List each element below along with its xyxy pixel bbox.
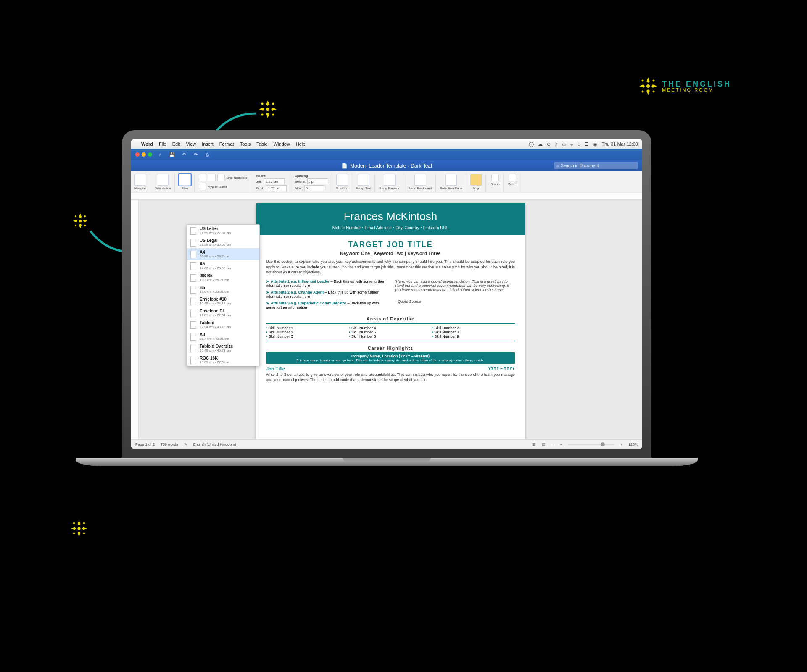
home-icon[interactable]: ⌂ — [156, 151, 164, 158]
zoom-level[interactable]: 126% — [628, 442, 638, 446]
battery-icon: ▭ — [562, 142, 566, 147]
ribbon-send-backward[interactable]: Send Backward — [408, 173, 436, 192]
app-menu[interactable]: Word — [141, 142, 153, 147]
save-icon[interactable]: 💾 — [168, 151, 176, 158]
page-size-option[interactable]: Envelope DL11.01 cm x 22.01 cm — [187, 307, 259, 319]
search-icon: ⌕ — [556, 163, 559, 168]
page-size-option[interactable]: ROC 16K19.69 cm x 27.3 cm — [187, 354, 259, 366]
career-heading: Career Highlights — [256, 346, 525, 351]
ribbon-align[interactable]: Align — [469, 173, 486, 192]
word-count[interactable]: 759 words — [161, 442, 178, 446]
ribbon-position[interactable]: Position — [335, 173, 352, 192]
target-job-title: TARGET JOB TITLE — [256, 240, 525, 249]
menu-window[interactable]: Window — [274, 142, 290, 147]
menu-file[interactable]: File — [159, 142, 166, 147]
svg-point-0 — [646, 84, 650, 88]
spacing-before-spinner[interactable]: 0 pt — [307, 178, 328, 184]
redo-icon[interactable]: ↷ — [192, 151, 199, 158]
menu-tools[interactable]: Tools — [240, 142, 251, 147]
language[interactable]: English (United Kingdom) — [193, 442, 236, 446]
document-page[interactable]: Frances McKintosh Mobile Number • Email … — [256, 203, 525, 439]
menu-table[interactable]: Table — [256, 142, 267, 147]
page-count[interactable]: Page 1 of 2 — [135, 442, 155, 446]
svg-point-9 — [272, 114, 274, 116]
mac-menubar: Word File Edit View Insert Format Tools … — [131, 139, 642, 149]
vertical-ruler[interactable] — [131, 200, 139, 439]
status-icon: ◯ — [529, 142, 534, 147]
menu-edit[interactable]: Edit — [172, 142, 180, 147]
skill-item: Skill Number 6 — [349, 334, 432, 339]
menu-view[interactable]: View — [186, 142, 196, 147]
company-bar: Company Name, Location (YYYY – Present) … — [266, 352, 515, 364]
job-description: Write 2 to 3 sentences to give an overvi… — [256, 372, 525, 383]
quote-source: – Quote Source — [395, 299, 515, 304]
print-icon[interactable]: ⎙ — [203, 151, 211, 158]
ribbon-orientation[interactable]: Orientation — [153, 173, 174, 192]
zoom-out-icon[interactable]: − — [560, 442, 562, 446]
view-outline-icon[interactable]: ═ — [551, 442, 554, 446]
spell-check-icon[interactable]: ✎ — [184, 442, 187, 446]
undo-icon[interactable]: ↶ — [180, 151, 187, 158]
skill-item: Skill Number 5 — [349, 330, 432, 334]
svg-point-17 — [83, 522, 85, 525]
svg-point-4 — [652, 91, 654, 93]
page-size-option[interactable]: Tabloid27.94 cm x 43.18 cm — [187, 319, 259, 331]
laptop-base — [76, 458, 698, 466]
svg-point-18 — [73, 533, 75, 535]
star-burst-icon — [638, 76, 659, 97]
skill-item: Skill Number 4 — [349, 326, 432, 330]
star-burst-icon — [69, 519, 89, 538]
menu-format[interactable]: Format — [219, 142, 234, 147]
hyphenation-dropdown[interactable]: Hyphenation — [208, 185, 227, 189]
menu-insert[interactable]: Insert — [202, 142, 214, 147]
divider — [266, 323, 515, 324]
skill-item: Skill Number 9 — [432, 334, 515, 339]
spacing-after-spinner[interactable]: 0 pt — [304, 185, 325, 191]
svg-point-1 — [641, 80, 643, 82]
indent-left-spinner[interactable]: -1.27 cm — [264, 178, 285, 184]
menu-help[interactable]: Help — [296, 142, 306, 147]
areas-heading: Areas of Expertise — [256, 316, 525, 321]
view-print-icon[interactable]: ▦ — [532, 442, 536, 446]
ribbon-margins[interactable]: Margins — [134, 173, 150, 192]
page-size-option[interactable]: US Legal21.59 cm x 35.56 cm — [187, 236, 259, 248]
window-minimize-icon[interactable] — [142, 152, 146, 157]
line-numbers-dropdown[interactable]: Line Numbers — [227, 176, 248, 180]
page-size-option[interactable]: A420.99 cm x 29.7 cm — [187, 248, 259, 260]
ribbon-group[interactable]: Group — [489, 173, 503, 192]
page-size-option[interactable]: US Letter21.59 cm x 27.94 cm — [187, 225, 259, 236]
status-icon: ☁ — [538, 142, 543, 147]
search-icon[interactable]: ⌕ — [578, 142, 580, 147]
page-size-option[interactable]: Envelope #1010.48 cm x 24.13 cm — [187, 295, 259, 307]
ribbon-wrap-text[interactable]: Wrap Text — [356, 173, 375, 192]
page-size-option[interactable]: A329.7 cm x 42.01 cm — [187, 331, 259, 342]
titlebar: 📄 Modern Leader Template - Dark Teal ⌕ S… — [131, 160, 642, 171]
siri-icon[interactable]: ◉ — [593, 142, 597, 147]
indent-right-spinner[interactable]: -1.27 cm — [266, 185, 287, 191]
ribbon-size[interactable]: Size — [178, 173, 195, 192]
page-size-option[interactable]: JIS B518.2 cm x 25.71 cm — [187, 272, 259, 284]
zoom-slider[interactable] — [568, 444, 614, 445]
page-size-option[interactable]: B517.6 cm x 25.01 cm — [187, 284, 259, 295]
horizontal-ruler[interactable] — [131, 193, 642, 200]
skill-item: Skill Number 3 — [266, 334, 349, 339]
page-size-option[interactable]: Tabloid Oversize30.48 cm x 45.71 cm — [187, 342, 259, 354]
ribbon: Margins Orientation Size Line Numbers Hy… — [131, 171, 642, 193]
ribbon-selection-pane[interactable]: Selection Pane — [439, 173, 467, 192]
resume-header: Frances McKintosh Mobile Number • Email … — [256, 203, 525, 235]
view-web-icon[interactable]: ▤ — [542, 442, 546, 446]
ribbon-bring-forward[interactable]: Bring Forward — [378, 173, 404, 192]
zoom-in-icon[interactable]: + — [620, 442, 622, 446]
intro-paragraph: Use this section to explain who you are,… — [256, 259, 525, 275]
window-zoom-icon[interactable] — [148, 152, 152, 157]
ribbon-rotate[interactable]: Rotate — [507, 173, 522, 192]
attributes-list: ➤Attribute 1 e.g. Influential Leader – B… — [266, 279, 386, 312]
page-size-dropdown: US Letter21.59 cm x 27.94 cmUS Legal21.5… — [187, 224, 260, 366]
page-size-option[interactable]: A514.82 cm x 20.99 cm — [187, 260, 259, 272]
skill-item: Skill Number 2 — [266, 330, 349, 334]
control-center-icon[interactable]: ☰ — [585, 142, 589, 147]
resume-name: Frances McKintosh — [260, 210, 521, 223]
window-close-icon[interactable] — [135, 152, 140, 157]
search-field[interactable]: ⌕ Search in Document — [554, 162, 638, 169]
status-icon: ⊙ — [547, 142, 551, 147]
